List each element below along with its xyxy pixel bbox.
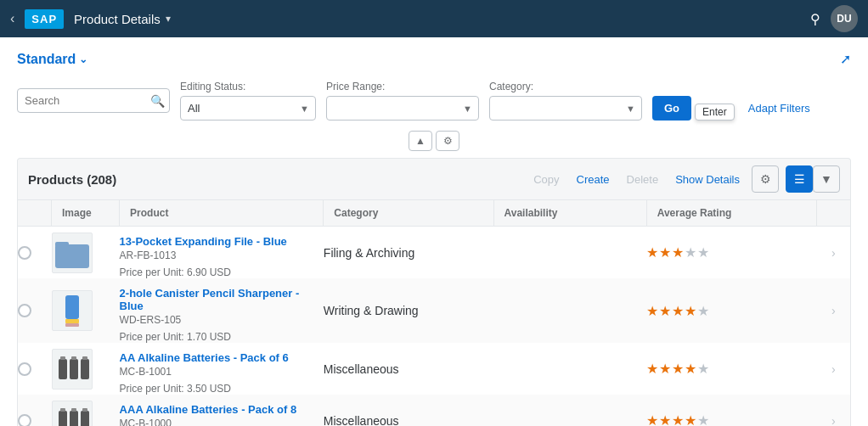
table-title: Products (208) (28, 172, 116, 187)
category-value: Miscellaneous (324, 362, 399, 376)
row-navigate-button[interactable]: › (816, 278, 850, 343)
row-image-cell (52, 343, 120, 395)
row-navigate-button[interactable]: › (816, 227, 850, 279)
show-details-button[interactable]: Show Details (670, 170, 745, 189)
row-image-cell (52, 227, 120, 279)
arrow-settings-button[interactable]: ⚙ (436, 131, 459, 151)
row-radio[interactable] (18, 362, 31, 376)
standard-view-selector[interactable]: Standard ⌄ (17, 52, 87, 67)
product-name[interactable]: AA Alkaline Batteries - Pack of 6 (120, 351, 324, 364)
price-range-wrap: ▼ (326, 96, 479, 121)
svg-rect-11 (59, 411, 67, 427)
price-range-group: Price Range: ▼ (326, 81, 479, 121)
svg-rect-6 (60, 356, 65, 360)
row-availability-cell (493, 227, 646, 279)
price-info: Price per Unit: 6.90 USD (120, 266, 324, 278)
price-value: 1.70 (187, 331, 206, 343)
category-group: Category: ▼ (489, 81, 642, 121)
header-title-chevron[interactable]: ▾ (166, 13, 171, 25)
price-label: Price per Unit: (120, 266, 184, 278)
editing-status-group: Editing Status: All ▼ (180, 81, 316, 121)
header-title-text: Product Details (74, 12, 161, 26)
product-image (52, 290, 93, 331)
price-range-select[interactable] (326, 96, 479, 121)
filters-row: 🔍 Editing Status: All ▼ Price Range: ▼ C (17, 81, 851, 121)
table-actions: Copy Create Delete Show Details ⚙ ☰ ▼ (528, 165, 840, 193)
sap-logo: SAP (25, 9, 64, 29)
export-icon[interactable]: ➚ (840, 51, 851, 67)
row-product-cell: AA Alkaline Batteries - Pack of 6 MC-B-1… (120, 343, 324, 395)
row-rating-cell: ★★★★★ (646, 227, 816, 279)
row-navigate-button[interactable]: › (816, 395, 850, 426)
row-image-cell (52, 278, 120, 343)
price-currency: USD (210, 266, 231, 278)
delete-button[interactable]: Delete (622, 170, 664, 189)
arrow-up-button[interactable]: ▲ (409, 131, 432, 151)
create-button[interactable]: Create (572, 170, 615, 189)
row-rating-cell: ★★★★★ (646, 395, 816, 426)
table-header-bar: Products (208) Copy Create Delete Show D… (17, 158, 851, 199)
category-value: Filing & Archiving (324, 246, 414, 260)
search-input[interactable] (17, 88, 170, 113)
row-radio[interactable] (18, 246, 31, 260)
svg-rect-14 (71, 408, 76, 412)
row-checkbox-cell (18, 395, 52, 426)
svg-rect-8 (71, 356, 76, 360)
table-row: AAA Alkaline Batteries - Pack of 8 MC-B-… (18, 395, 851, 426)
col-header-rating: Average Rating (646, 200, 816, 227)
product-sku: WD-ERS-105 (120, 314, 324, 326)
app-header: ‹ SAP Product Details ▾ ⚲ DU (0, 0, 868, 37)
product-name[interactable]: 2-hole Canister Pencil Sharpener - Blue (120, 287, 324, 312)
standard-label-text: Standard (17, 52, 76, 67)
col-header-availability: Availability (493, 200, 646, 227)
price-currency: USD (210, 331, 231, 343)
col-header-product: Product (120, 200, 324, 227)
product-image (52, 233, 93, 273)
search-icon[interactable]: 🔍 (150, 94, 165, 108)
svg-rect-2 (65, 295, 79, 319)
category-value: Miscellaneous (324, 414, 399, 427)
svg-rect-1 (55, 242, 69, 247)
editing-status-select[interactable]: All (180, 96, 316, 121)
row-radio[interactable] (18, 304, 31, 317)
list-view-button[interactable]: ☰ (786, 165, 813, 193)
user-avatar[interactable]: DU (831, 5, 858, 32)
view-toggle-group: ☰ ▼ (786, 165, 840, 193)
col-header-category: Category (324, 200, 493, 227)
table-row: AA Alkaline Batteries - Pack of 6 MC-B-1… (18, 343, 851, 395)
category-value: Writing & Drawing (324, 304, 419, 317)
table-row: 13-Pocket Expanding File - Blue AR-FB-10… (18, 227, 851, 279)
standard-bar: Standard ⌄ ➚ (17, 51, 851, 67)
col-header-image: Image (52, 200, 120, 227)
price-label: Price per Unit: (120, 331, 184, 343)
editing-status-label: Editing Status: (180, 81, 316, 92)
svg-rect-16 (82, 408, 87, 412)
go-button[interactable]: Go (652, 96, 691, 121)
back-button[interactable]: ‹ (10, 11, 14, 26)
row-checkbox-cell (18, 278, 52, 343)
product-sku: MC-B-1001 (120, 366, 324, 378)
row-radio[interactable] (18, 414, 31, 427)
row-category-cell: Filing & Archiving (324, 227, 493, 279)
product-image (52, 401, 93, 427)
view-dropdown-button[interactable]: ▼ (813, 165, 840, 193)
header-search-icon[interactable]: ⚲ (810, 11, 820, 27)
category-select[interactable] (489, 96, 642, 121)
svg-rect-5 (59, 359, 67, 379)
table-row: 2-hole Canister Pencil Sharpener - Blue … (18, 278, 851, 343)
product-image (52, 349, 93, 390)
row-product-cell: 13-Pocket Expanding File - Blue AR-FB-10… (120, 227, 324, 279)
row-rating-cell: ★★★★★ (646, 278, 816, 343)
settings-icon-button[interactable]: ⚙ (752, 165, 779, 193)
product-name[interactable]: AAA Alkaline Batteries - Pack of 8 (120, 403, 324, 416)
adapt-filters-button[interactable]: Adapt Filters (745, 96, 814, 121)
row-availability-cell (493, 395, 646, 426)
copy-button[interactable]: Copy (528, 170, 564, 189)
product-sku: AR-FB-1013 (120, 249, 324, 261)
search-group: 🔍 (17, 88, 170, 113)
product-name[interactable]: 13-Pocket Expanding File - Blue (120, 235, 324, 248)
row-rating-cell: ★★★★★ (646, 343, 816, 395)
products-table: Image Product Category Availability Aver… (17, 199, 851, 426)
price-value: 3.50 (187, 383, 206, 395)
row-navigate-button[interactable]: › (816, 343, 850, 395)
